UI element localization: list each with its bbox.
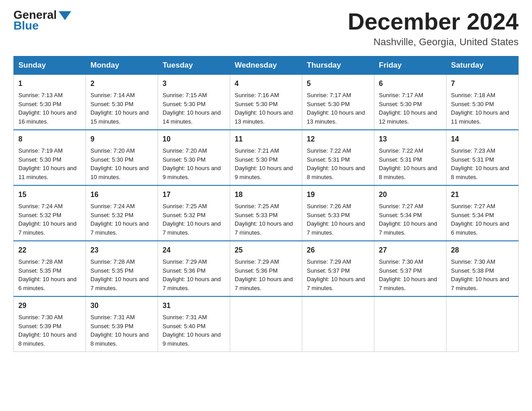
sunrise-label: Sunrise: 7:25 AM (235, 203, 279, 210)
daylight-label: Daylight: 10 hours and 7 minutes. (379, 276, 437, 291)
calendar-header-row: SundayMondayTuesdayWednesdayThursdayFrid… (14, 56, 519, 75)
day-number: 3 (163, 78, 225, 89)
daylight-label: Daylight: 10 hours and 14 minutes. (163, 109, 221, 125)
daylight-label: Daylight: 10 hours and 8 minutes. (18, 331, 77, 347)
sunrise-label: Sunrise: 7:30 AM (451, 258, 495, 265)
daylight-label: Daylight: 10 hours and 13 minutes. (235, 109, 293, 125)
day-number: 13 (379, 134, 442, 145)
logo-blue-text: Blue (13, 19, 39, 33)
sunset-label: Sunset: 5:30 PM (451, 101, 494, 107)
day-number: 22 (18, 245, 81, 256)
day-number: 31 (163, 300, 225, 311)
sunrise-label: Sunrise: 7:30 AM (18, 314, 63, 321)
calendar-cell: 20Sunrise: 7:27 AMSunset: 5:34 PMDayligh… (374, 185, 446, 241)
calendar-table: SundayMondayTuesdayWednesdayThursdayFrid… (13, 56, 519, 352)
sunrise-label: Sunrise: 7:15 AM (163, 92, 207, 98)
daylight-label: Daylight: 10 hours and 9 minutes. (163, 331, 221, 347)
daylight-label: Daylight: 10 hours and 10 minutes. (90, 165, 149, 180)
day-header-sunday: Sunday (14, 56, 86, 75)
daylight-label: Daylight: 10 hours and 13 minutes. (307, 109, 365, 125)
logo: General Blue (13, 9, 71, 33)
calendar-cell: 25Sunrise: 7:29 AMSunset: 5:36 PMDayligh… (230, 241, 302, 296)
sunset-label: Sunset: 5:39 PM (18, 323, 61, 330)
daylight-label: Daylight: 10 hours and 7 minutes. (163, 220, 221, 236)
day-number: 10 (163, 134, 225, 145)
day-number: 24 (163, 245, 225, 256)
sunset-label: Sunset: 5:37 PM (379, 267, 422, 274)
day-number: 1 (18, 78, 81, 89)
sunrise-label: Sunrise: 7:29 AM (235, 258, 279, 265)
sunrise-label: Sunrise: 7:24 AM (18, 203, 63, 210)
month-title: December 2024 (348, 9, 519, 34)
daylight-label: Daylight: 10 hours and 6 minutes. (451, 220, 509, 236)
day-number: 28 (451, 245, 514, 256)
sunrise-label: Sunrise: 7:17 AM (307, 92, 351, 98)
calendar-cell: 18Sunrise: 7:25 AMSunset: 5:33 PMDayligh… (230, 185, 302, 241)
sunrise-label: Sunrise: 7:18 AM (451, 92, 495, 98)
calendar-cell: 22Sunrise: 7:28 AMSunset: 5:35 PMDayligh… (14, 241, 86, 296)
sunrise-label: Sunrise: 7:13 AM (18, 92, 63, 98)
daylight-label: Daylight: 10 hours and 7 minutes. (163, 276, 221, 291)
calendar-cell: 6Sunrise: 7:17 AMSunset: 5:30 PMDaylight… (374, 75, 446, 130)
sunset-label: Sunset: 5:30 PM (18, 156, 61, 163)
sunrise-label: Sunrise: 7:19 AM (18, 147, 63, 154)
sunrise-label: Sunrise: 7:20 AM (90, 147, 135, 154)
calendar-cell: 16Sunrise: 7:24 AMSunset: 5:32 PMDayligh… (86, 185, 158, 241)
day-header-tuesday: Tuesday (158, 56, 230, 75)
daylight-label: Daylight: 10 hours and 7 minutes. (90, 276, 149, 291)
sunrise-label: Sunrise: 7:28 AM (18, 258, 63, 265)
sunrise-label: Sunrise: 7:26 AM (307, 203, 351, 210)
sunset-label: Sunset: 5:30 PM (163, 101, 206, 107)
calendar-cell (446, 296, 519, 352)
daylight-label: Daylight: 10 hours and 11 minutes. (451, 109, 509, 125)
day-number: 18 (235, 189, 297, 200)
calendar-cell (374, 296, 446, 352)
sunset-label: Sunset: 5:31 PM (451, 156, 494, 163)
day-number: 8 (18, 134, 81, 145)
daylight-label: Daylight: 10 hours and 8 minutes. (379, 165, 437, 180)
daylight-label: Daylight: 10 hours and 7 minutes. (90, 220, 149, 236)
day-header-wednesday: Wednesday (230, 56, 302, 75)
sunset-label: Sunset: 5:36 PM (235, 267, 278, 274)
sunset-label: Sunset: 5:30 PM (379, 101, 422, 107)
sunrise-label: Sunrise: 7:24 AM (90, 203, 135, 210)
day-number: 9 (90, 134, 153, 145)
sunrise-label: Sunrise: 7:27 AM (451, 203, 495, 210)
sunset-label: Sunset: 5:30 PM (90, 156, 133, 163)
sunset-label: Sunset: 5:34 PM (451, 212, 494, 218)
day-number: 16 (90, 189, 153, 200)
daylight-label: Daylight: 10 hours and 12 minutes. (379, 109, 437, 125)
day-number: 17 (163, 189, 225, 200)
calendar-cell: 14Sunrise: 7:23 AMSunset: 5:31 PMDayligh… (446, 130, 519, 185)
calendar-cell: 1Sunrise: 7:13 AMSunset: 5:30 PMDaylight… (14, 75, 86, 130)
sunrise-label: Sunrise: 7:31 AM (90, 314, 135, 321)
sunrise-label: Sunrise: 7:21 AM (235, 147, 279, 154)
calendar-cell: 15Sunrise: 7:24 AMSunset: 5:32 PMDayligh… (14, 185, 86, 241)
day-number: 2 (90, 78, 153, 89)
day-header-friday: Friday (374, 56, 446, 75)
day-number: 25 (235, 245, 297, 256)
sunrise-label: Sunrise: 7:20 AM (163, 147, 207, 154)
sunrise-label: Sunrise: 7:16 AM (235, 92, 279, 98)
sunrise-label: Sunrise: 7:31 AM (163, 314, 207, 321)
calendar-cell: 26Sunrise: 7:29 AMSunset: 5:37 PMDayligh… (302, 241, 374, 296)
sunrise-label: Sunrise: 7:14 AM (90, 92, 135, 98)
calendar-cell: 23Sunrise: 7:28 AMSunset: 5:35 PMDayligh… (86, 241, 158, 296)
title-block: December 2024 Nashville, Georgia, United… (348, 9, 519, 48)
sunrise-label: Sunrise: 7:29 AM (307, 258, 351, 265)
day-number: 20 (379, 189, 442, 200)
daylight-label: Daylight: 10 hours and 9 minutes. (163, 165, 221, 180)
calendar-cell: 9Sunrise: 7:20 AMSunset: 5:30 PMDaylight… (86, 130, 158, 185)
calendar-cell: 29Sunrise: 7:30 AMSunset: 5:39 PMDayligh… (14, 296, 86, 352)
sunset-label: Sunset: 5:32 PM (90, 212, 133, 218)
calendar-cell: 17Sunrise: 7:25 AMSunset: 5:32 PMDayligh… (158, 185, 230, 241)
calendar-cell: 30Sunrise: 7:31 AMSunset: 5:39 PMDayligh… (86, 296, 158, 352)
calendar-week-row: 22Sunrise: 7:28 AMSunset: 5:35 PMDayligh… (14, 241, 519, 296)
day-number: 21 (451, 189, 514, 200)
day-number: 27 (379, 245, 442, 256)
calendar-cell: 27Sunrise: 7:30 AMSunset: 5:37 PMDayligh… (374, 241, 446, 296)
daylight-label: Daylight: 10 hours and 7 minutes. (379, 220, 437, 236)
sunset-label: Sunset: 5:39 PM (90, 323, 133, 330)
sunrise-label: Sunrise: 7:22 AM (379, 147, 423, 154)
day-number: 19 (307, 189, 369, 200)
